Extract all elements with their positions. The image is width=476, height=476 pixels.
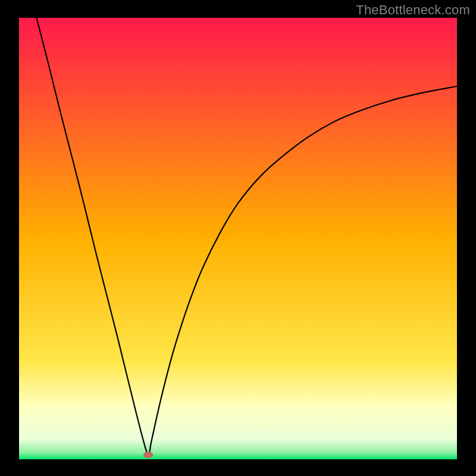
gradient-background — [19, 18, 457, 459]
chart-svg — [0, 0, 476, 476]
watermark-text: TheBottleneck.com — [356, 2, 470, 18]
chart-frame: TheBottleneck.com — [0, 0, 476, 476]
optimal-point-marker — [143, 452, 153, 458]
